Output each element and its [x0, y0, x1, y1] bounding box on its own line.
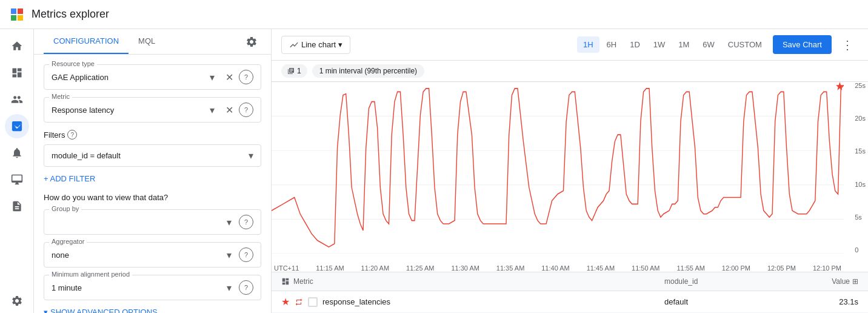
metric-actions: ▾ ✕ ?: [205, 103, 253, 117]
row-checkbox[interactable]: [308, 297, 318, 307]
metric-name: response_latencies: [322, 297, 390, 306]
y-label-5: 5s: [855, 214, 866, 221]
x-label-1130: 11:30 AM: [451, 264, 479, 272]
add-filter-button[interactable]: + ADD FILTER: [44, 172, 95, 186]
table-row: ★ response_latencies default 23.1s: [272, 291, 868, 313]
tab-configuration[interactable]: CONFIGURATION: [44, 29, 129, 54]
resource-type-select[interactable]: GAE Application: [52, 73, 200, 82]
tab-mql[interactable]: MQL: [129, 29, 165, 54]
tabs-bar: CONFIGURATION MQL: [34, 29, 271, 55]
chart-type-button[interactable]: Line chart ▾: [281, 36, 350, 54]
app-container: Metrics explorer: [0, 0, 868, 313]
aggregator-dropdown-icon[interactable]: ▾: [222, 247, 236, 262]
time-btn-1h[interactable]: 1H: [577, 36, 599, 53]
nav-item-settings[interactable]: [5, 289, 29, 313]
nav-item-home[interactable]: [5, 34, 29, 58]
th-metric: Metric: [281, 277, 664, 286]
line-chart-svg: [272, 82, 844, 254]
save-chart-button[interactable]: Save Chart: [773, 35, 832, 54]
chart-area: 25s 20s 15s 10s 5s 0 UTC+11 11:15 AM 11:…: [272, 82, 868, 272]
group-by-field[interactable]: Group by ▾ ?: [44, 209, 261, 235]
nav-item-alerts[interactable]: [5, 141, 29, 165]
y-label-10: 10s: [855, 181, 866, 188]
nav-item-logs[interactable]: [5, 194, 29, 218]
time-btn-1w[interactable]: 1W: [647, 36, 672, 53]
filters-help-icon[interactable]: ?: [67, 130, 77, 140]
aggregator-label: Aggregator: [49, 238, 87, 245]
resource-type-help-icon[interactable]: ?: [239, 70, 253, 84]
chart-type-dropdown-icon: ▾: [338, 40, 342, 49]
group-by-dropdown-icon[interactable]: ▾: [222, 215, 236, 229]
time-range-buttons: 1H 6H 1D 1W 1M 6W CUSTOM: [577, 36, 768, 53]
svg-rect-1: [18, 8, 23, 14]
resource-type-actions: ▾ ✕ ?: [205, 70, 253, 84]
group-by-help-icon[interactable]: ?: [239, 215, 253, 229]
gear-button[interactable]: [242, 32, 261, 52]
aggregator-help-icon[interactable]: ?: [239, 247, 253, 262]
alignment-help-icon[interactable]: ?: [239, 280, 253, 295]
show-advanced-label: SHOW ADVANCED OPTIONS: [50, 308, 158, 313]
y-axis-labels: 25s 20s 15s 10s 5s 0: [855, 82, 866, 254]
filter-row[interactable]: module_id = default ▾: [44, 144, 261, 167]
main-layout: CONFIGURATION MQL Resource type: [0, 29, 868, 313]
metric-field: Metric Response latency ▾ ✕ ?: [44, 97, 261, 123]
panel-body: Resource type GAE Application ▾ ✕ ?: [34, 55, 271, 313]
interval-label: 1 min interval (99th percentile): [319, 67, 417, 75]
time-btn-1d[interactable]: 1D: [624, 36, 646, 53]
time-btn-1m[interactable]: 1M: [672, 36, 695, 53]
metric-value: 23.1s: [839, 297, 858, 306]
resource-type-row: GAE Application ▾ ✕ ?: [52, 70, 253, 84]
metric-dropdown-icon[interactable]: ▾: [205, 103, 219, 117]
view-section: How do you want to view that data? Group…: [44, 193, 261, 313]
x-label-1125: 11:25 AM: [406, 264, 434, 272]
th-metric-label: Metric: [293, 277, 313, 286]
chart-legend: 1 1 min interval (99th percentile): [272, 61, 868, 82]
table-header: Metric module_id Value ⊞: [272, 272, 868, 291]
th-module: module_id: [664, 277, 786, 286]
tabs: CONFIGURATION MQL: [44, 29, 165, 54]
alignment-field: Minimum alignment period 1 minute ▾ ?: [44, 275, 261, 300]
nav-item-dashboard[interactable]: [5, 61, 29, 85]
aggregator-field: Aggregator none ▾ ?: [44, 242, 261, 268]
nav-item-monitor[interactable]: [5, 167, 29, 192]
data-table: Metric module_id Value ⊞ ★: [272, 272, 868, 313]
nav-item-people[interactable]: [5, 87, 29, 112]
x-label-1140: 11:40 AM: [541, 264, 569, 272]
filter-text: module_id = default: [52, 151, 121, 160]
app-title: Metrics explorer: [32, 8, 109, 21]
legend-chip[interactable]: 1: [281, 64, 307, 78]
time-btn-6h[interactable]: 6H: [601, 36, 623, 53]
view-section-title: How do you want to view that data?: [44, 193, 261, 202]
app-logo: [10, 7, 24, 22]
column-options-icon[interactable]: ⊞: [852, 277, 858, 286]
metric-select[interactable]: Response latency: [52, 106, 200, 115]
metric-clear-icon[interactable]: ✕: [222, 103, 236, 117]
alignment-select[interactable]: 1 minute: [52, 283, 217, 292]
resource-type-clear-icon[interactable]: ✕: [222, 70, 236, 84]
y-label-20: 20s: [855, 115, 866, 122]
svg-rect-0: [11, 8, 16, 14]
filters-header: Filters ?: [44, 130, 261, 140]
chart-type-label: Line chart: [301, 40, 336, 49]
end-marker: [836, 82, 843, 90]
x-label-1205: 12:05 PM: [767, 264, 796, 272]
resource-type-dropdown-icon[interactable]: ▾: [205, 70, 219, 84]
aggregator-select[interactable]: none: [52, 251, 217, 260]
metric-help-icon[interactable]: ?: [239, 103, 253, 117]
metric-row: Response latency ▾ ✕ ?: [52, 103, 253, 117]
alignment-dropdown-icon[interactable]: ▾: [222, 280, 236, 295]
y-label-15: 15s: [855, 147, 866, 155]
time-btn-custom[interactable]: CUSTOM: [722, 36, 768, 53]
x-label-1145: 11:45 AM: [587, 264, 615, 272]
content-area: CONFIGURATION MQL Resource type: [34, 29, 868, 313]
time-btn-6w[interactable]: 6W: [696, 36, 721, 53]
more-options-button[interactable]: ⋮: [836, 34, 858, 56]
y-label-25: 25s: [855, 82, 866, 89]
metric-label: Metric: [49, 93, 72, 100]
svg-rect-2: [11, 15, 16, 21]
filter-chevron-icon[interactable]: ▾: [249, 150, 253, 161]
legend-interval[interactable]: 1 min interval (99th percentile): [312, 64, 424, 78]
show-advanced-button[interactable]: ▾ SHOW ADVANCED OPTIONS: [44, 308, 158, 313]
nav-item-metrics[interactable]: [5, 114, 29, 138]
th-value: Value ⊞: [786, 277, 858, 286]
